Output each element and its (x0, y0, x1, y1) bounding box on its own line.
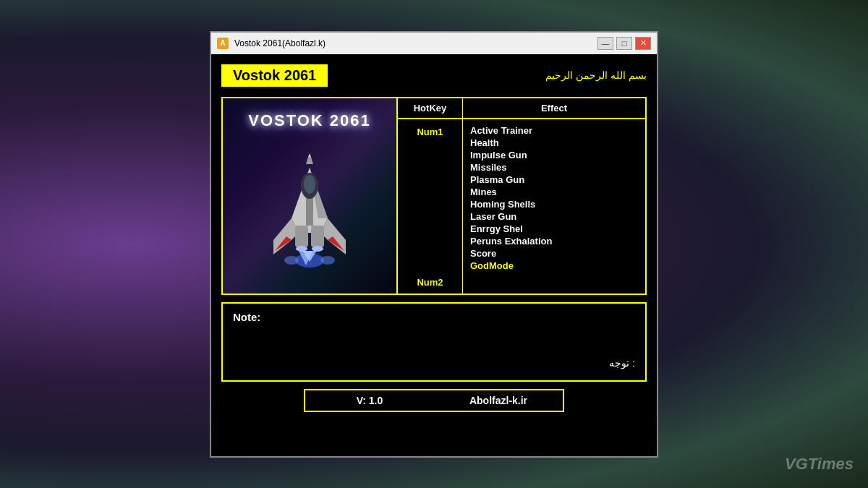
effects-list: Active Trainer Health Impulse Gun Missil… (463, 119, 645, 294)
effect-health: Health (470, 137, 638, 148)
hotkey-keys: Num1 Num2 (398, 119, 463, 294)
note-section: Note: : توجه (221, 302, 647, 382)
effect-active-trainer: Active Trainer (470, 125, 638, 136)
window-title: Vostok 2061(Abolfazl.k) (234, 38, 592, 48)
main-content: Vostok 2061 بسم الله الرحمن الرحيم VOSTO… (211, 54, 657, 456)
close-icon: ✕ (640, 38, 647, 48)
hotkey-body: Num1 Num2 Active Trainer Health Impulse … (398, 119, 645, 294)
minimize-icon: — (602, 39, 610, 48)
minimize-button[interactable]: — (597, 37, 613, 50)
footer: V: 1.0 Abolfazl-k.ir (221, 389, 647, 412)
note-label: Note: (233, 311, 635, 323)
maximize-icon: □ (622, 39, 627, 48)
key-num2: Num2 (398, 273, 462, 294)
app-icon-letter: A (220, 39, 225, 47)
svg-point-13 (304, 175, 315, 194)
effect-godmode: GodMode (470, 260, 638, 271)
svg-rect-16 (295, 226, 308, 247)
game-image: VOSTOK 2061 (223, 98, 396, 294)
game-image-title: VOSTOK 2061 (223, 111, 396, 130)
game-title: Vostok 2061 (221, 64, 328, 87)
svg-point-19 (312, 246, 323, 252)
hotkey-section: HotKey Effect Num1 Num2 Active Trainer H… (396, 98, 645, 294)
footer-version: V: 1.0 (305, 390, 434, 411)
note-arabic: : توجه (609, 357, 635, 369)
maximize-button[interactable]: □ (616, 37, 632, 50)
effect-plasma-gun: Plasma Gun (470, 174, 638, 185)
footer-box: V: 1.0 Abolfazl-k.ir (304, 389, 564, 412)
effect-laser-gun: Laser Gun (470, 211, 638, 222)
effect-peruns-exhalation: Peruns Exhalation (470, 236, 638, 247)
close-button[interactable]: ✕ (635, 37, 651, 50)
key-num1: Num1 (398, 119, 462, 142)
window-controls: — □ ✕ (597, 37, 651, 50)
svg-point-2 (320, 256, 335, 265)
main-window: A Vostok 2061(Abolfazl.k) — □ ✕ Vostok 2… (210, 31, 658, 458)
top-row: Vostok 2061 بسم الله الرحمن الرحيم (221, 64, 647, 87)
svg-point-18 (296, 246, 307, 252)
effect-mines: Mines (470, 187, 638, 197)
effect-missiles: Missiles (470, 162, 638, 173)
effect-enrrgy-shel: Enrrgy Shel (470, 223, 638, 234)
effect-homing-shells: Homing Shells (470, 199, 638, 210)
svg-point-1 (284, 256, 299, 265)
svg-rect-17 (311, 226, 324, 247)
middle-section: VOSTOK 2061 (221, 97, 647, 295)
hotkey-header: HotKey Effect (398, 98, 645, 119)
footer-website: Abolfazl-k.ir (434, 390, 563, 411)
arabic-blessing: بسم الله الرحمن الرحيم (545, 69, 647, 81)
titlebar: A Vostok 2061(Abolfazl.k) — □ ✕ (211, 33, 657, 54)
svg-marker-15 (308, 153, 311, 157)
effect-impulse-gun: Impulse Gun (470, 150, 638, 160)
hotkey-column-header: HotKey (398, 98, 463, 118)
effect-score: Score (470, 248, 638, 259)
effect-column-header: Effect (463, 98, 645, 118)
svg-marker-14 (306, 157, 313, 164)
vgtimes-watermark: VGTimes (785, 455, 854, 474)
app-icon: A (217, 38, 229, 49)
spaceship-graphic (266, 153, 353, 272)
